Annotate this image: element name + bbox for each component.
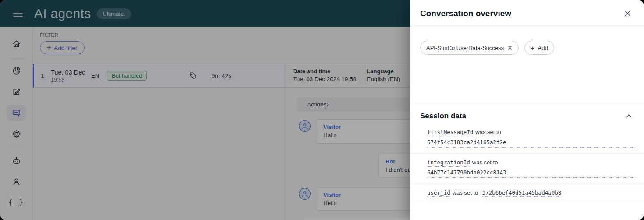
collapse-section-button[interactable] [624, 113, 633, 120]
session-entry: firstMessageIdwas set to 674f54c3183ca2d… [410, 128, 644, 154]
close-button[interactable] [623, 8, 633, 18]
tag-pill[interactable]: API-SunCo UserData-Success ✕ [420, 41, 519, 55]
tag-label: API-SunCo UserData-Success [426, 45, 504, 51]
conversation-tags: API-SunCo UserData-Success ✕ + Add [410, 27, 644, 55]
add-tag-label: Add [538, 45, 548, 51]
session-value: 372b66ef40d51a45bad4a0b8 [482, 189, 562, 197]
session-key: integrationId [427, 159, 470, 167]
app-window: AI agents Ultimate. { } [0, 0, 644, 220]
session-entry: user_idwas set to 372b66ef40d51a45bad4a0… [410, 184, 644, 203]
chevron-up-icon [626, 114, 632, 118]
session-key: user_id [427, 189, 450, 197]
session-value: 674f54c3183ca2d4165a2f2e [427, 138, 635, 148]
plus-icon: + [531, 45, 534, 51]
drawer-header: Conversation overview [410, 0, 644, 27]
session-value: 64b77c147790bda022cc8143 [427, 168, 635, 178]
session-data-header: Session data [410, 104, 644, 121]
session-entries: firstMessageIdwas set to 674f54c3183ca2d… [410, 128, 644, 203]
conversation-overview-drawer: Conversation overview API-SunCo UserData… [410, 0, 644, 220]
close-icon [624, 10, 631, 17]
drawer-title: Conversation overview [420, 9, 511, 18]
add-tag-button[interactable]: + Add [524, 41, 554, 55]
session-data-section: Session data firstMessageIdwas set to 67… [410, 104, 644, 203]
session-data-title: Session data [420, 112, 466, 121]
session-entry: integrationIdwas set to 64b77c147790bda0… [410, 154, 644, 184]
session-key: firstMessageId [427, 129, 473, 136]
remove-tag-icon[interactable]: ✕ [507, 45, 513, 51]
modal-backdrop[interactable] [0, 0, 410, 220]
